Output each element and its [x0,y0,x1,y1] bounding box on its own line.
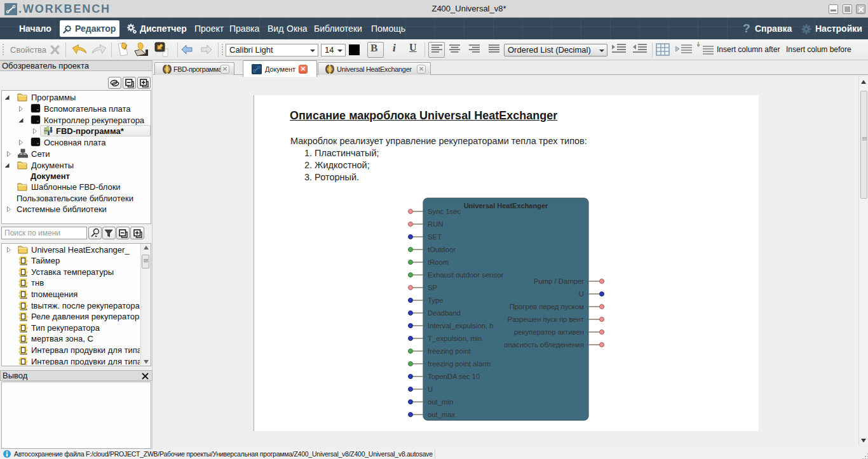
svg-text:Pump / Damper: Pump / Damper [534,277,584,285]
svg-text:freezing point alarm: freezing point alarm [428,360,491,368]
svg-text:T_expulsion, min: T_expulsion, min [428,335,482,342]
svg-text:U: U [428,385,433,393]
svg-text:Deadband: Deadband [428,309,461,317]
svg-text:tRoom: tRoom [428,258,449,266]
svg-text:TopenDA sec 10: TopenDA sec 10 [428,373,480,380]
svg-text:RUN: RUN [428,220,443,228]
svg-text:U: U [579,290,584,298]
svg-text:рекуператор активен: рекуператор активен [514,328,584,336]
svg-text:Прогрев перед пуском: Прогрев перед пуском [510,303,584,310]
svg-text:out_max: out_max [428,411,456,418]
svg-text:out_min: out_min [428,398,453,406]
svg-text:tOutdoor: tOutdoor [428,246,456,253]
svg-text:SET: SET [428,233,442,241]
svg-text:SP: SP [428,284,437,291]
svg-text:Exhaust outdoor sensor: Exhaust outdoor sensor [428,271,504,279]
svg-text:Universal HeatExchanger: Universal HeatExchanger [464,202,548,210]
svg-text:опасность обледенения: опасность обледенения [504,341,584,349]
svg-text:Type: Type [428,296,444,304]
svg-text:freezing point: freezing point [428,347,471,355]
svg-text:Sync 1sec: Sync 1sec [428,208,461,215]
svg-text:Interval_expulsion, h: Interval_expulsion, h [428,322,494,329]
svg-text:Разрешен пуск пр вент: Разрешен пуск пр вент [508,316,584,323]
